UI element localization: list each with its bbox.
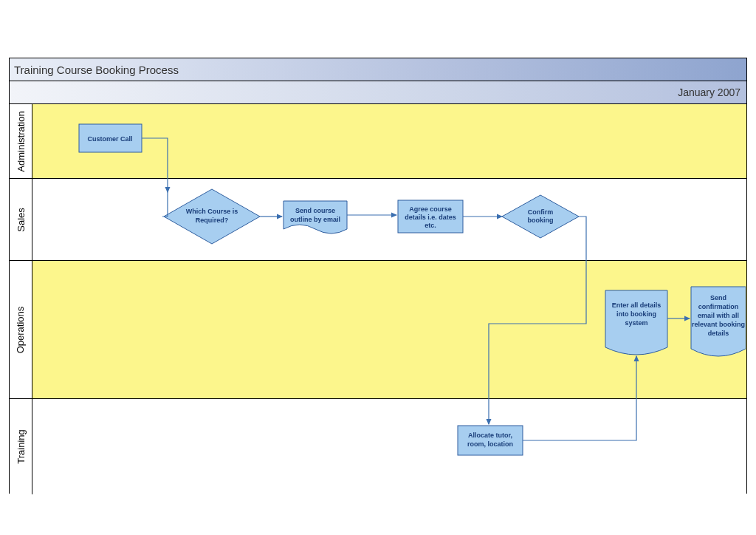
lane-operations: Operations bbox=[10, 261, 746, 399]
lane-body bbox=[32, 261, 746, 398]
lane-label-text: Operations bbox=[16, 306, 27, 353]
swimlane-diagram: Training Course Booking Process January … bbox=[0, 0, 756, 535]
lane-label: Sales bbox=[10, 179, 32, 260]
lane-label: Administration bbox=[10, 104, 32, 178]
lane-label-text: Administration bbox=[16, 111, 27, 171]
lane-label: Training bbox=[10, 399, 32, 494]
lane-training: Training bbox=[10, 399, 746, 494]
diagram-title: Training Course Booking Process bbox=[14, 64, 179, 76]
lane-body bbox=[32, 179, 746, 260]
lane-label: Operations bbox=[10, 261, 32, 398]
lane-body bbox=[32, 399, 746, 494]
lane-administration: Administration bbox=[10, 104, 746, 179]
title-bar: Training Course Booking Process bbox=[10, 58, 746, 81]
lane-label-text: Sales bbox=[16, 208, 27, 232]
diagram-frame: Training Course Booking Process January … bbox=[9, 58, 747, 494]
diagram-date: January 2007 bbox=[678, 86, 740, 98]
date-bar: January 2007 bbox=[10, 81, 746, 104]
lane-label-text: Training bbox=[16, 429, 27, 463]
lanes: Administration Sales Operations Training bbox=[10, 104, 746, 494]
lane-sales: Sales bbox=[10, 179, 746, 261]
lane-body bbox=[32, 104, 746, 178]
